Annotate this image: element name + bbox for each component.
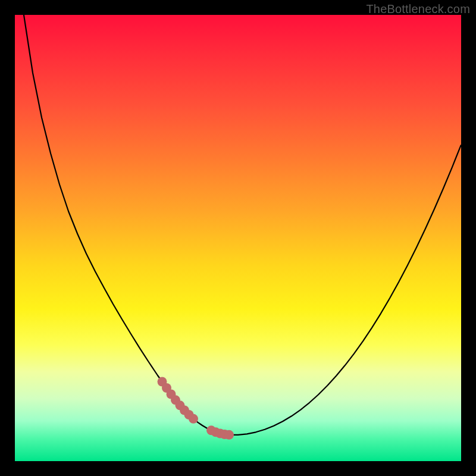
chart-container: TheBottleneck.com: [0, 0, 476, 476]
chart-svg: [15, 15, 461, 461]
watermark-text: TheBottleneck.com: [366, 2, 470, 16]
curve-path: [15, 0, 461, 435]
highlight-dot: [224, 430, 234, 440]
series-curve: [15, 0, 461, 435]
plot-area: [15, 15, 461, 461]
highlight-markers: [158, 377, 234, 440]
highlight-dot: [189, 414, 198, 424]
